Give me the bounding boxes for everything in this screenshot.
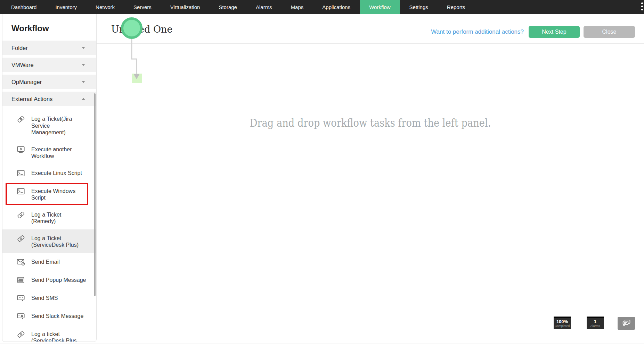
section-label: VMWare [11, 62, 34, 68]
tab-dashboard[interactable]: Dashboard [2, 0, 46, 14]
ticket-icon [16, 330, 25, 339]
terminal-icon [16, 169, 25, 178]
list-item-label: Execute Windows Script [31, 187, 76, 201]
list-item-execute-windows-script[interactable]: Execute Windows Script [2, 182, 96, 206]
close-button[interactable]: Close [584, 26, 635, 38]
list-item-label: Send SMS [31, 294, 58, 303]
sidebar-section-external-actions[interactable]: External Actions [2, 92, 96, 106]
tab-inventory[interactable]: Inventory [46, 0, 86, 14]
section-label: Folder [11, 45, 28, 51]
sidebar-title: Workflow [11, 24, 96, 33]
terminal-icon [16, 187, 25, 196]
list-item-send-email[interactable]: Send Email [2, 253, 96, 271]
top-nav: Dashboard Inventory Network Servers Virt… [0, 0, 644, 14]
completed-status-badge[interactable]: 100% Completed [554, 317, 571, 329]
email-send-icon [16, 258, 25, 267]
ticket-icon [16, 234, 25, 243]
section-label: OpManager [11, 79, 42, 85]
tab-alarms[interactable]: Alarms [246, 0, 282, 14]
sidebar-scrollbar[interactable] [94, 93, 96, 296]
workflow-start-node-graphic [97, 14, 180, 125]
list-item-log-ticket-remedy[interactable]: Log a Ticket (Remedy) [2, 206, 96, 229]
list-item-send-sms[interactable]: Send SMS [2, 289, 96, 307]
chevron-down-icon [82, 47, 85, 49]
tab-applications[interactable]: Applications [313, 0, 360, 14]
section-label: External Actions [11, 96, 52, 102]
tab-settings[interactable]: Settings [400, 0, 438, 14]
header-actions: Want to perform additional actions? Next… [431, 26, 635, 38]
alarms-status-badge[interactable]: 1 Alarms [587, 317, 604, 329]
page-bottom-divider [0, 344, 644, 344]
workflow-canvas: Untitled One Want to perform additional … [97, 14, 644, 345]
list-item-log-ticket-servicedesk-plus[interactable]: Log a Ticket (ServiceDesk Plus) [2, 229, 96, 253]
ticket-check-icon [16, 210, 25, 219]
list-item-log-ticket-jira[interactable]: Log a Ticket(Jira Service Management) [2, 110, 96, 141]
completed-value: 100% [556, 319, 568, 324]
list-item-label: Log a Ticket (Remedy) [31, 210, 70, 225]
chevron-up-icon [82, 98, 85, 100]
list-item-label: Log a Ticket(Jira Service Management) [31, 115, 76, 136]
tab-network[interactable]: Network [86, 0, 124, 14]
list-item-label: Execute Linux Script [31, 169, 82, 178]
slack-bubble-icon [16, 312, 25, 321]
sidebar-section-folder[interactable]: Folder [2, 41, 96, 55]
chat-bubbles-icon [621, 318, 631, 329]
sidebar-section-opmanager[interactable]: OpManager [2, 75, 96, 89]
chevron-down-icon [82, 64, 85, 66]
tab-maps[interactable]: Maps [282, 0, 313, 14]
list-item-log-ticket-sdp-cloud[interactable]: Log a ticket (ServiceDesk Plus Cloud) [2, 325, 96, 342]
list-item-label: Send Slack Message [31, 312, 83, 321]
chevron-down-icon [82, 81, 85, 83]
list-item-label: Log a Ticket (ServiceDesk Plus) [31, 234, 86, 249]
sms-bubble-icon [16, 294, 25, 303]
alarms-value: 1 [594, 319, 596, 324]
canvas-placeholder-text: Drag and drop workflow tasks from the le… [130, 117, 611, 129]
completed-label: Completed [555, 324, 570, 328]
tab-virtualization[interactable]: Virtualization [161, 0, 210, 14]
list-item-execute-linux-script[interactable]: Execute Linux Script [2, 164, 96, 182]
popup-window-icon [16, 276, 25, 285]
list-item-label: Send Email [31, 258, 60, 267]
ticket-icon [16, 115, 25, 124]
start-node-circle[interactable] [122, 19, 141, 38]
sidebar-section-vmware[interactable]: VMWare [2, 58, 96, 72]
chat-button[interactable] [618, 317, 635, 330]
list-item-label: Execute another Workflow [31, 145, 76, 160]
tab-servers[interactable]: Servers [124, 0, 161, 14]
tab-storage[interactable]: Storage [209, 0, 246, 14]
tab-reports[interactable]: Reports [438, 0, 475, 14]
tab-workflow[interactable]: Workflow [360, 0, 400, 14]
list-item-send-popup-message[interactable]: Send Popup Message [2, 271, 96, 289]
alarms-label: Alarms [590, 324, 600, 328]
list-item-send-slack-message[interactable]: Send Slack Message [2, 307, 96, 325]
list-item-label: Log a ticket (ServiceDesk Plus Cloud) [31, 330, 79, 342]
list-item-label: Send Popup Message [31, 276, 86, 285]
workflow-sidebar: Workflow Folder VMWare OpManager Externa… [2, 14, 97, 342]
next-step-button[interactable]: Next Step [529, 26, 580, 38]
external-actions-list: Log a Ticket(Jira Service Management) Ex… [2, 109, 96, 342]
list-item-execute-another-workflow[interactable]: Execute another Workflow [2, 141, 96, 164]
vertical-dots-icon[interactable] [641, 2, 643, 10]
additional-actions-link[interactable]: Want to perform additional actions? [431, 28, 524, 35]
connector-line [132, 39, 137, 75]
monitor-play-icon [16, 145, 25, 154]
